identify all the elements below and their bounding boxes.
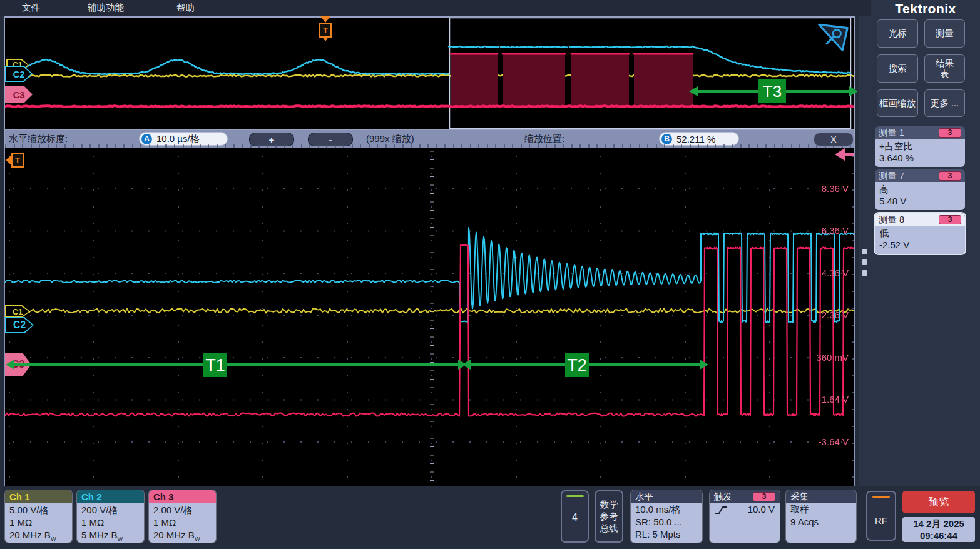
sidebar: Tektronix 光标 测量 搜索 结果表 框画缩放 更多 ... 测量 1 …: [871, 0, 980, 549]
preview-button[interactable]: 预览: [902, 491, 975, 513]
digital-accent-line: [566, 495, 584, 497]
acquisition-badge[interactable]: 采集 取样 9 Acqs: [786, 490, 856, 543]
zoom-scale-knob-a[interactable]: A 10.0 µs/格: [139, 132, 228, 146]
horizontal-badge[interactable]: 水平 10.0 ms/格 SR: 50.0 ... RL: 5 Mpts: [631, 490, 702, 543]
knob-a-icon: A: [141, 134, 152, 144]
ch2-scale: 200 V/格: [81, 504, 144, 516]
oscilloscope-app: 文件 辅助功能 帮助 C1 C2 C3 T T3 水平缩放标度:: [0, 0, 980, 549]
measurement-badge-8[interactable]: 测量 8 3 低 -2.52 V: [875, 213, 965, 254]
measure-button[interactable]: 测量: [924, 19, 965, 48]
voltage-axis-label: 360 mV: [816, 352, 849, 363]
waveform-overview-panel: C1 C2 C3 T T3: [4, 16, 855, 130]
voltage-axis-label: 6.36 V: [822, 225, 849, 236]
main-graticule: T C1 C2 C3 8.36 V 6.36 V 4.36 V 2.36 V 3…: [4, 148, 855, 486]
digital-channel-button[interactable]: 4: [561, 490, 589, 543]
date-text: 14 2月 2025: [913, 518, 964, 530]
zoom-scale-label: 水平缩放标度:: [9, 133, 68, 145]
trigger-position-marker[interactable]: T: [319, 16, 332, 41]
voltage-axis-label: 2.36 V: [822, 310, 849, 321]
trigger-indicator-arrow-icon: [6, 155, 11, 165]
main-waveform-canvas: [5, 148, 854, 485]
measurement-value: -2.52 V: [879, 239, 961, 251]
zoom-position-knob-b[interactable]: B 52.211 %: [659, 132, 739, 146]
t1-annotation-label: T1: [203, 353, 227, 377]
t3-annotation-label: T3: [758, 79, 786, 103]
rf-accent-line: [872, 496, 890, 498]
voltage-axis-label: 4.36 V: [822, 268, 849, 279]
trigger-indicator-marker[interactable]: T: [6, 153, 24, 168]
menu-help[interactable]: 帮助: [176, 2, 195, 14]
trigger-badge[interactable]: 触发 3 10.0 V: [710, 490, 780, 543]
zoom-in-button[interactable]: +: [249, 133, 294, 146]
rf-button[interactable]: RF: [866, 491, 896, 541]
measurement-badge-1[interactable]: 测量 1 3 +占空比 3.640 %: [875, 126, 965, 167]
trigger-level: 10.0 V: [748, 503, 775, 516]
ch3-bandwidth: 20 MHz BW: [153, 529, 216, 543]
measurement-name: +占空比: [879, 140, 961, 152]
zoom-control-bar: 水平缩放标度: A 10.0 µs/格 + - (999x 缩放) 缩放位置: …: [4, 130, 855, 148]
horizontal-scale: 10.0 ms/格: [635, 503, 702, 516]
zoom-position-label: 缩放位置:: [524, 133, 564, 145]
math-ref-bus-button[interactable]: 数学 参考 总线: [595, 490, 623, 543]
source-chip: 3: [939, 215, 961, 224]
drag-dot-icon: [862, 259, 867, 265]
draw-a-box-button[interactable]: 框画缩放: [877, 89, 918, 117]
pink-arrow-tail: [845, 153, 854, 156]
measurement-name: 低: [879, 227, 961, 239]
voltage-axis-label: 8.36 V: [822, 183, 849, 194]
ch3-scale: 2.00 V/格: [153, 504, 216, 516]
ch2-bandwidth: 5 MHz BW: [81, 529, 144, 543]
menu-bar: 文件 辅助功能 帮助: [0, 0, 980, 16]
source-chip: 3: [939, 128, 961, 138]
channel-2-badge[interactable]: Ch 2 200 V/格 1 MΩ 5 MHz BW: [77, 490, 144, 543]
ch1-scale: 5.00 V/格: [9, 504, 72, 516]
zoom-out-button[interactable]: -: [308, 133, 353, 146]
knob-b-icon: B: [661, 134, 672, 144]
record-length: RL: 5 Mpts: [635, 528, 702, 541]
ch1-impedance: 1 MΩ: [9, 516, 72, 529]
pink-arrow-icon: [835, 148, 845, 161]
bottom-bar: Ch 1 5.00 V/格 1 MΩ 20 MHz BW Ch 2 200 V/…: [0, 486, 980, 549]
time-text: 09:46:44: [920, 530, 957, 541]
ch3-impedance: 1 MΩ: [153, 516, 216, 529]
channel-3-badge[interactable]: Ch 3 2.00 V/格 1 MΩ 20 MHz BW: [149, 490, 216, 543]
voltage-axis-label: -1.64 V: [819, 394, 849, 405]
measurement-value: 5.48 V: [879, 195, 961, 207]
drag-dot-icon: [862, 270, 867, 276]
datetime-display: 14 2月 2025 09:46:44: [902, 517, 975, 542]
acquisition-count: 9 Acqs: [790, 516, 856, 528]
zoom-overview-icon[interactable]: [816, 21, 850, 52]
channel-1-badge[interactable]: Ch 1 5.00 V/格 1 MΩ 20 MHz BW: [5, 490, 72, 543]
measurement-badge-7[interactable]: 测量 7 3 高 5.48 V: [875, 169, 965, 210]
acquisition-mode: 取样: [790, 503, 856, 516]
zoom-window-edge-marker[interactable]: [835, 148, 854, 161]
zoom-scale-value: 10.0 µs/格: [156, 133, 200, 145]
panel-divider-handle[interactable]: [859, 16, 871, 549]
voltage-axis-label: -3.64 V: [819, 436, 849, 448]
sample-rate: SR: 50.0 ...: [635, 516, 702, 528]
t2-annotation-label: T2: [565, 353, 589, 377]
search-button[interactable]: 搜索: [877, 54, 918, 83]
trigger-marker-arrow-icon: [320, 16, 330, 23]
ch1-bandwidth: 20 MHz BW: [9, 529, 72, 543]
t1-arrow: [14, 363, 459, 366]
drag-dot-icon: [862, 249, 867, 254]
brand-logo: Tektronix: [871, 1, 980, 16]
zoom-position-value: 52.211 %: [676, 134, 715, 144]
trigger-source-chip: 3: [753, 492, 775, 501]
overview-waveform-canvas: [5, 18, 854, 129]
ch2-impedance: 1 MΩ: [81, 516, 144, 529]
trigger-marker-tail-icon: [322, 37, 329, 41]
more-button[interactable]: 更多 ...: [924, 89, 965, 117]
cursor-button[interactable]: 光标: [877, 19, 918, 48]
measurement-name: 高: [879, 183, 961, 195]
zoom-factor-text: (999x 缩放): [366, 133, 414, 145]
measurement-value: 3.640 %: [879, 152, 961, 164]
rising-edge-icon: [714, 505, 728, 515]
menu-file[interactable]: 文件: [22, 2, 40, 14]
results-table-button[interactable]: 结果表: [924, 54, 965, 83]
close-zoom-button[interactable]: X: [814, 133, 854, 146]
source-chip: 3: [939, 171, 961, 181]
menu-utility[interactable]: 辅助功能: [88, 2, 124, 14]
